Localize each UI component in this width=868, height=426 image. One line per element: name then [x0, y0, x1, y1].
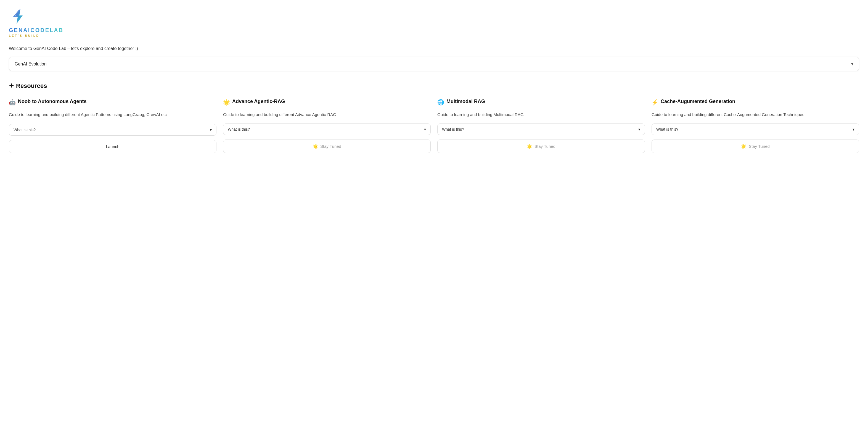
- card-title-text-advance-agentic-rag: Advance Agentic-RAG: [232, 98, 285, 105]
- card-icon-advance-agentic-rag: 🌟: [223, 98, 230, 106]
- card-description-multimodal-rag: Guide to learning and building Multimoda…: [437, 111, 645, 118]
- card-description-cache-augmented: Guide to learning and building different…: [652, 111, 859, 118]
- main-dropdown[interactable]: GenAI Evolution ▾: [9, 57, 859, 71]
- card-dropdown-label-noob-to-agents: What is this?: [13, 127, 36, 132]
- chevron-down-icon: ▾: [851, 61, 854, 66]
- card-dropdown-label-cache-augmented: What is this?: [656, 127, 678, 132]
- card-title-multimodal-rag: 🌐 Multimodal RAG: [437, 98, 645, 106]
- resources-heading: ✦ Resources: [9, 82, 859, 89]
- card-dropdown-multimodal-rag[interactable]: What is this? ▾: [437, 123, 645, 135]
- card-title-text-multimodal-rag: Multimodal RAG: [446, 98, 485, 105]
- card-description-noob-to-agents: Guide to learning and building different…: [9, 111, 216, 118]
- main-dropdown-label: GenAI Evolution: [14, 62, 46, 66]
- card-dropdown-label-advance-agentic-rag: What is this?: [228, 127, 250, 132]
- card-title-cache-augmented: ⚡ Cache-Augumented Generation: [652, 98, 859, 106]
- card-button-noob-to-agents[interactable]: Launch: [9, 140, 216, 153]
- card-noob-to-agents: 🤖 Noob to Autonomous Agents Guide to lea…: [9, 98, 216, 153]
- logo-area: GENAICODELAB LET'S BUILD: [9, 7, 859, 37]
- stay-tuned-label: Stay Tuned: [749, 144, 770, 149]
- card-title-advance-agentic-rag: 🌟 Advance Agentic-RAG: [223, 98, 431, 106]
- card-title-noob-to-agents: 🤖 Noob to Autonomous Agents: [9, 98, 216, 106]
- logo-icon: [9, 7, 28, 26]
- star-icon: 🌟: [527, 144, 532, 149]
- chevron-down-icon: ▾: [638, 127, 640, 132]
- card-title-text-noob-to-agents: Noob to Autonomous Agents: [18, 98, 87, 105]
- cards-grid: 🤖 Noob to Autonomous Agents Guide to lea…: [9, 98, 859, 153]
- star-icon: 🌟: [312, 144, 318, 149]
- logo-text-main: GENAICODELAB: [9, 27, 63, 33]
- launch-label: Launch: [106, 144, 119, 149]
- card-cache-augmented: ⚡ Cache-Augumented Generation Guide to l…: [652, 98, 859, 153]
- card-dropdown-cache-augmented[interactable]: What is this? ▾: [652, 123, 859, 135]
- card-advance-agentic-rag: 🌟 Advance Agentic-RAG Guide to learning …: [223, 98, 431, 153]
- card-icon-multimodal-rag: 🌐: [437, 98, 444, 106]
- card-dropdown-label-multimodal-rag: What is this?: [442, 127, 464, 132]
- card-title-text-cache-augmented: Cache-Augumented Generation: [661, 98, 735, 105]
- card-icon-noob-to-agents: 🤖: [9, 98, 16, 106]
- resources-title: Resources: [16, 82, 47, 89]
- card-dropdown-noob-to-agents[interactable]: What is this? ▾: [9, 124, 216, 136]
- welcome-text: Welcome to GenAI Code Lab – let's explor…: [9, 46, 859, 51]
- card-button-multimodal-rag: 🌟Stay Tuned: [437, 140, 645, 153]
- card-icon-cache-augmented: ⚡: [652, 98, 658, 106]
- logo-text-sub: LET'S BUILD: [9, 34, 39, 37]
- stay-tuned-label: Stay Tuned: [320, 144, 341, 149]
- card-description-advance-agentic-rag: Guide to learning and building different…: [223, 111, 431, 118]
- stay-tuned-label: Stay Tuned: [534, 144, 556, 149]
- star-icon: 🌟: [741, 144, 746, 149]
- card-dropdown-advance-agentic-rag[interactable]: What is this? ▾: [223, 123, 431, 135]
- sparkles-icon: ✦: [9, 82, 14, 89]
- chevron-down-icon: ▾: [210, 127, 212, 132]
- chevron-down-icon: ▾: [424, 127, 426, 132]
- card-multimodal-rag: 🌐 Multimodal RAG Guide to learning and b…: [437, 98, 645, 153]
- card-button-cache-augmented: 🌟Stay Tuned: [652, 140, 859, 153]
- chevron-down-icon: ▾: [852, 127, 855, 132]
- card-button-advance-agentic-rag: 🌟Stay Tuned: [223, 140, 431, 153]
